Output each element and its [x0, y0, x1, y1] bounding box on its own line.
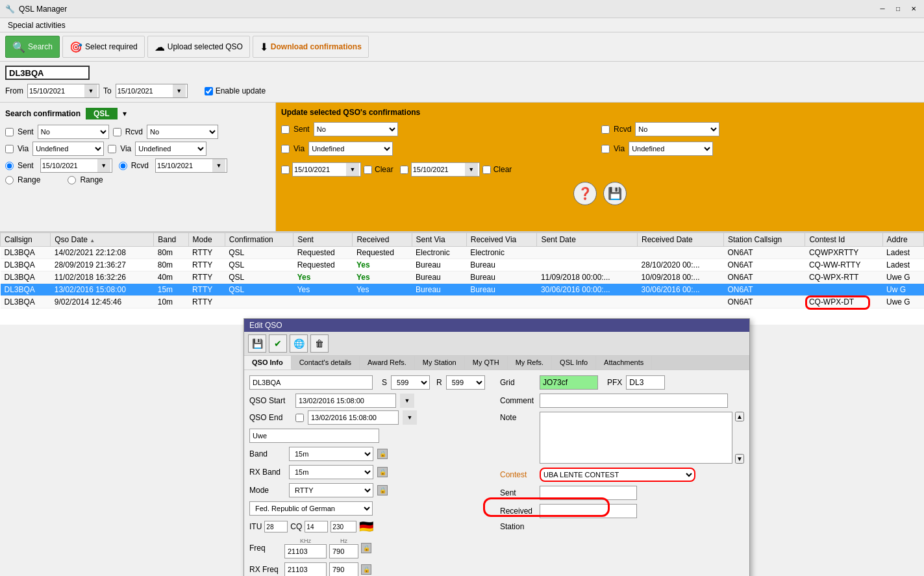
- rcvd-date-picker[interactable]: ▼: [212, 159, 225, 172]
- to-date-picker[interactable]: ▼: [173, 84, 186, 97]
- qso-end-input[interactable]: [308, 410, 399, 425]
- col-station[interactable]: Station Callsign: [723, 233, 805, 247]
- rcvd-select[interactable]: No: [147, 125, 218, 139]
- update-via1-select[interactable]: Undefined: [308, 142, 393, 156]
- col-callsign[interactable]: Callsign: [1, 233, 51, 247]
- freq-hz-input[interactable]: [329, 544, 358, 558]
- web-tool-button[interactable]: 🌐: [290, 334, 308, 353]
- callsign-input[interactable]: [5, 66, 90, 80]
- sent-date-field[interactable]: [42, 159, 97, 172]
- via2-select[interactable]: Undefined: [135, 142, 206, 156]
- qso-end-picker[interactable]: ▼: [403, 410, 417, 425]
- delete-tool-button[interactable]: 🗑: [310, 334, 329, 353]
- table-row[interactable]: DL3BQA9/02/2014 12:45:4610mRTTYON6ATCQ-W…: [1, 296, 924, 308]
- select-required-button[interactable]: 🎯 Select required: [62, 36, 145, 58]
- save-tool-button[interactable]: 💾: [248, 334, 266, 353]
- dxcc-input[interactable]: [331, 521, 356, 532]
- update-date2-field[interactable]: [413, 163, 465, 176]
- band-select[interactable]: 15m: [289, 447, 373, 461]
- title-bar-controls[interactable]: ─ □ ✕: [877, 4, 919, 14]
- col-confirmation[interactable]: Confirmation: [225, 233, 293, 247]
- comment-input[interactable]: [540, 394, 728, 408]
- minimize-button[interactable]: ─: [877, 4, 888, 14]
- qso-start-picker[interactable]: ▼: [400, 394, 414, 408]
- table-row[interactable]: DL3BQA11/02/2018 16:32:2640mRTTYQSLYesYe…: [1, 271, 924, 284]
- note-textarea[interactable]: [540, 412, 732, 464]
- table-row[interactable]: DL3BQA14/02/2021 22:12:0880mRTTYQSLReque…: [1, 247, 924, 259]
- table-row[interactable]: DL3BQA13/02/2016 15:08:0015mRTTYQSLYesYe…: [1, 284, 924, 296]
- itu-input[interactable]: [264, 521, 288, 532]
- col-address[interactable]: Addre: [882, 233, 923, 247]
- note-scroll-down[interactable]: ▼: [735, 454, 744, 464]
- tab-my-qth[interactable]: My QTH: [465, 356, 508, 369]
- sent-qso-input[interactable]: [540, 486, 637, 500]
- rx-band-select[interactable]: 15m: [289, 465, 373, 479]
- tab-qsl-info[interactable]: QSL Info: [552, 356, 596, 369]
- col-sent[interactable]: Sent: [293, 233, 353, 247]
- col-contest[interactable]: Contest Id: [805, 233, 882, 247]
- col-sent-via[interactable]: Sent Via: [412, 233, 466, 247]
- special-activities-menu[interactable]: Special activities: [3, 19, 71, 31]
- tab-my-refs[interactable]: My Refs.: [508, 356, 552, 369]
- pfx-input[interactable]: [626, 375, 665, 390]
- cq-input[interactable]: [305, 521, 328, 532]
- search-button[interactable]: 🔍 Search: [5, 36, 60, 58]
- save-button[interactable]: 💾: [603, 182, 627, 205]
- range1-radio[interactable]: [5, 176, 14, 184]
- col-received[interactable]: Received: [353, 233, 412, 247]
- enable-update-checkbox[interactable]: [205, 87, 213, 95]
- freq-lock[interactable]: 🔒: [361, 543, 371, 553]
- rx-freq-khz-input[interactable]: [284, 562, 327, 576]
- r-select[interactable]: 599: [446, 375, 485, 390]
- confirm-tool-button[interactable]: ✔: [269, 334, 287, 353]
- via2-checkbox[interactable]: [108, 145, 116, 153]
- edit-callsign-input[interactable]: [249, 375, 373, 390]
- col-date[interactable]: Qso Date ▲: [51, 233, 154, 247]
- sent-date-picker[interactable]: ▼: [97, 159, 110, 172]
- download-button[interactable]: ⬇ Download confirmations: [253, 36, 369, 58]
- rcvd-radio[interactable]: [119, 162, 127, 170]
- update-sent-select[interactable]: No: [314, 122, 398, 136]
- country-select[interactable]: Fed. Republic of German: [249, 501, 373, 516]
- band-lock[interactable]: 🔒: [377, 449, 388, 459]
- update-rcvd-select[interactable]: No: [635, 122, 719, 136]
- update-date2-picker[interactable]: ▼: [465, 163, 478, 176]
- qso-start-input[interactable]: [295, 394, 396, 408]
- help-button[interactable]: ❓: [573, 182, 597, 205]
- maximize-button[interactable]: □: [893, 4, 903, 14]
- update-date1-picker[interactable]: ▼: [346, 163, 359, 176]
- clear2-checkbox[interactable]: [482, 166, 491, 174]
- freq-khz-input[interactable]: [284, 544, 327, 558]
- col-band[interactable]: Band: [154, 233, 188, 247]
- tab-attachments[interactable]: Attachments: [596, 356, 652, 369]
- rx-freq-lock[interactable]: 🔒: [361, 564, 371, 575]
- sent-checkbox[interactable]: [5, 128, 14, 136]
- update-via2-checkbox[interactable]: [601, 145, 610, 153]
- mode-lock[interactable]: 🔒: [377, 485, 388, 495]
- from-date-field[interactable]: [29, 84, 84, 97]
- table-container[interactable]: Callsign Qso Date ▲ Band Mode Confirmati…: [0, 232, 924, 325]
- col-mode[interactable]: Mode: [188, 233, 225, 247]
- grid-input[interactable]: [540, 375, 598, 390]
- rcvd-checkbox[interactable]: [113, 128, 121, 136]
- clear1-checkbox[interactable]: [364, 166, 372, 174]
- col-sent-date[interactable]: Sent Date: [537, 233, 638, 247]
- name-input[interactable]: [249, 429, 379, 443]
- via1-checkbox[interactable]: [5, 145, 14, 153]
- contest-select[interactable]: UBA LENTE CONTEST: [540, 468, 695, 482]
- update-date1-field[interactable]: [294, 163, 346, 176]
- tab-award-refs[interactable]: Award Refs.: [360, 356, 415, 369]
- received-qso-input[interactable]: [540, 504, 637, 518]
- col-received-date[interactable]: Received Date: [638, 233, 724, 247]
- range2-radio[interactable]: [68, 176, 76, 184]
- tab-my-station[interactable]: My Station: [415, 356, 465, 369]
- sent-radio[interactable]: [5, 162, 14, 170]
- update-date1-checkbox[interactable]: [281, 166, 290, 174]
- rx-freq-hz-input[interactable]: [329, 562, 358, 576]
- from-date-picker[interactable]: ▼: [84, 84, 97, 97]
- tab-qso-info[interactable]: QSO Info: [244, 356, 292, 369]
- col-received-via[interactable]: Received Via: [466, 233, 537, 247]
- note-scroll-up[interactable]: ▲: [735, 412, 744, 421]
- rcvd-date-field[interactable]: [157, 159, 212, 172]
- sent-select[interactable]: No: [38, 125, 109, 139]
